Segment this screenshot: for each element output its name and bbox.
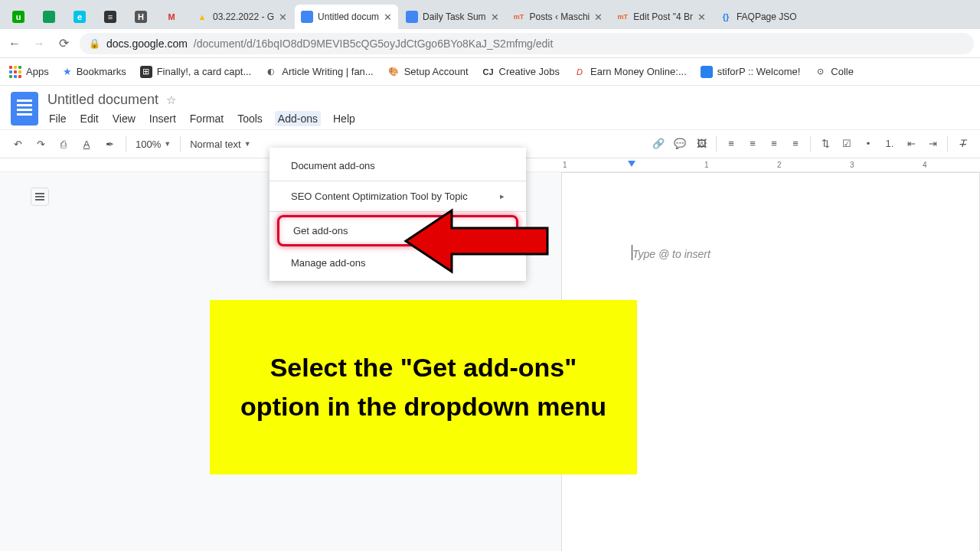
- menu-bar: File Edit View Insert Format Tools Add-o…: [47, 111, 969, 126]
- indent-dec-icon[interactable]: ⇤: [904, 136, 918, 150]
- address-bar[interactable]: 🔒 docs.google.com/document/d/16bqIO8dD9M…: [80, 33, 974, 54]
- dd-seo-tool[interactable]: SEO Content Optimization Tool by Topic▸: [270, 183, 526, 210]
- submenu-arrow-icon: ▸: [500, 191, 505, 201]
- menu-insert[interactable]: Insert: [148, 111, 178, 126]
- close-icon[interactable]: ✕: [491, 11, 499, 23]
- tab-1[interactable]: u: [6, 5, 35, 29]
- bookmark-earn[interactable]: DEarn Money Online:...: [573, 66, 687, 78]
- reload-button[interactable]: ⟳: [55, 35, 72, 52]
- docs-logo-icon[interactable]: [11, 92, 38, 126]
- redo-icon[interactable]: ↷: [34, 137, 47, 151]
- menu-file[interactable]: File: [47, 111, 68, 126]
- tab-11[interactable]: mTEdit Post "4 Br✕: [610, 5, 712, 29]
- menu-edit[interactable]: Edit: [79, 111, 100, 126]
- svg-marker-0: [406, 210, 547, 272]
- indent-inc-icon[interactable]: ⇥: [926, 136, 939, 150]
- align-center-icon[interactable]: ≡: [746, 136, 760, 150]
- tab-6[interactable]: M: [159, 5, 188, 29]
- annotation-arrow-icon: [398, 207, 551, 276]
- undo-icon[interactable]: ↶: [11, 137, 24, 151]
- bookmark-bookmarks[interactable]: ★Bookmarks: [63, 66, 126, 77]
- bookmark-article[interactable]: ◐Article Writing | fan...: [265, 66, 373, 78]
- style-select[interactable]: Normal text▼: [190, 139, 250, 150]
- url-host: docs.google.com: [106, 37, 188, 50]
- tab-2[interactable]: [37, 5, 66, 29]
- link-icon[interactable]: 🔗: [652, 136, 665, 150]
- callout-text: Select the "Get add-ons" option in the d…: [233, 348, 614, 426]
- align-right-icon[interactable]: ≡: [767, 136, 781, 150]
- forward-button[interactable]: →: [31, 35, 47, 52]
- url-path: /document/d/16bqIO8dD9MEVIB5cQG5oyJdCtGg…: [194, 37, 554, 50]
- close-icon[interactable]: ✕: [279, 11, 287, 23]
- tab-7[interactable]: ▲03.22.2022 - G✕: [190, 5, 293, 29]
- bookmark-colle[interactable]: ⊙Colle: [814, 66, 854, 78]
- tab-12[interactable]: {}FAQPage JSO: [714, 5, 803, 29]
- clear-format-icon[interactable]: T̶: [956, 136, 969, 150]
- outline-icon: [35, 196, 44, 197]
- address-row: ← → ⟳ 🔒 docs.google.com/document/d/16bqI…: [0, 29, 980, 58]
- line-spacing-icon[interactable]: ⇅: [818, 136, 832, 150]
- zoom-select[interactable]: 100%▼: [136, 139, 171, 150]
- menu-addons[interactable]: Add-ons: [275, 111, 321, 126]
- docs-header: Untitled document ☆ File Edit View Inser…: [0, 86, 980, 126]
- paint-format-icon[interactable]: ✒: [103, 137, 116, 151]
- menu-format[interactable]: Format: [188, 111, 225, 126]
- browser-tabs: u e ≡ H M ▲03.22.2022 - G✕ Untitled docu…: [0, 0, 980, 29]
- bookmark-setup[interactable]: 🎨Setup Account: [387, 66, 469, 78]
- tab-3[interactable]: e: [67, 5, 96, 29]
- tab-9[interactable]: Daily Task Sum✕: [400, 5, 505, 29]
- bookmarks-bar: Apps ★Bookmarks ⊞Finally!, a card capt..…: [0, 58, 980, 86]
- close-icon[interactable]: ✕: [384, 11, 392, 23]
- tab-active[interactable]: Untitled docum✕: [295, 5, 398, 29]
- dd-document-addons[interactable]: Document add-ons: [270, 152, 526, 179]
- star-icon[interactable]: ☆: [166, 93, 176, 107]
- align-left-icon[interactable]: ≡: [724, 136, 738, 150]
- align-justify-icon[interactable]: ≡: [789, 136, 802, 150]
- menu-help[interactable]: Help: [332, 111, 357, 126]
- indent-marker-icon[interactable]: [628, 161, 635, 167]
- spellcheck-icon[interactable]: A: [80, 137, 93, 151]
- tab-4[interactable]: ≡: [98, 5, 127, 29]
- bookmark-finally[interactable]: ⊞Finally!, a card capt...: [140, 66, 252, 78]
- outline-button[interactable]: [31, 187, 49, 206]
- print-icon[interactable]: ⎙: [57, 137, 70, 151]
- annotation-callout: Select the "Get add-ons" option in the d…: [210, 300, 637, 474]
- image-icon[interactable]: 🖼: [694, 136, 708, 150]
- bullet-list-icon[interactable]: •: [861, 136, 875, 150]
- bookmark-stiforp[interactable]: stiforP :: Welcome!: [701, 66, 801, 78]
- apps-icon: [9, 66, 21, 78]
- tab-5[interactable]: H: [129, 5, 158, 29]
- apps-button[interactable]: Apps: [9, 66, 49, 78]
- comment-icon[interactable]: 💬: [673, 136, 687, 150]
- lock-icon: 🔒: [89, 38, 100, 49]
- close-icon[interactable]: ✕: [697, 11, 706, 23]
- menu-view[interactable]: View: [111, 111, 137, 126]
- close-icon[interactable]: ✕: [594, 11, 603, 23]
- checklist-icon[interactable]: ☑: [840, 136, 854, 150]
- placeholder-text: Type @ to insert: [632, 248, 710, 260]
- number-list-icon[interactable]: 1.: [883, 136, 897, 150]
- back-button[interactable]: ←: [6, 35, 23, 52]
- tab-10[interactable]: mTPosts ‹ Maschi✕: [507, 5, 609, 29]
- bookmark-creative[interactable]: CJCreative Jobs: [482, 66, 560, 78]
- document-title[interactable]: Untitled document: [47, 92, 158, 108]
- menu-tools[interactable]: Tools: [236, 111, 264, 126]
